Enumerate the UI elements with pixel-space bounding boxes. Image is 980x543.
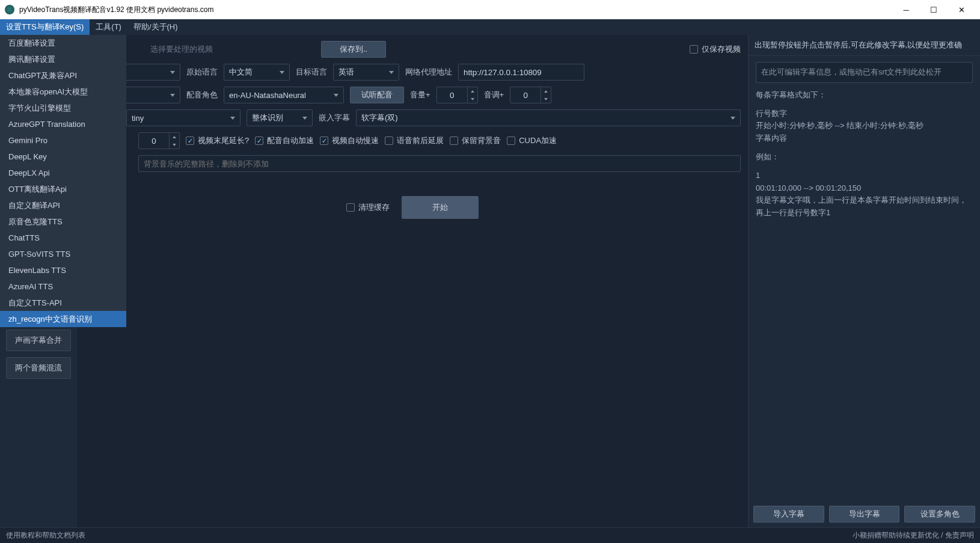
menu-tts-key[interactable]: 设置TTS与翻译Key(S) [0,19,90,35]
example-line-2: 00:01:10,000 --> 00:01:20,150 [756,182,973,195]
extend-input[interactable] [139,133,169,149]
dropdown-zh-recogn[interactable]: zh_recogn中文语音识别 [0,311,126,327]
dropdown-elevenlabs[interactable]: ElevenLabs TTS [0,262,126,278]
dropdown-chattts[interactable]: ChatTTS [0,230,126,246]
dropdown-gptsovits[interactable]: GPT-SoVITS TTS [0,246,126,262]
voice-role-value: en-AU-NatashaNeural [229,91,306,100]
pitch-input[interactable] [510,87,541,103]
cb-cuda[interactable]: CUDA加速 [507,135,557,146]
dropdown-azuregpt[interactable]: AzureGPT Translation [0,116,126,132]
proxy-input[interactable] [458,64,584,81]
pitch-up[interactable] [541,87,551,95]
volume-down[interactable] [468,95,477,103]
volume-label: 音量+ [410,90,430,100]
side-btn-mix-audio[interactable]: 两个音频混流 [6,357,71,379]
pitch-stepper[interactable] [510,87,551,103]
dropdown-deeplx[interactable]: DeepLX Api [0,165,126,181]
cb-video-auto-slow[interactable]: 视频自动慢速 [320,135,379,146]
right-panel-header: 出现暂停按钮并点击暂停后,可在此修改字幕,以便处理更准确 [749,35,980,56]
video-select-placeholder: 选择要处理的视频 [150,44,213,55]
checkbox-icon [690,45,698,54]
cb-video-tail-extend[interactable]: 视频末尾延长? [186,135,249,146]
pitch-down[interactable] [541,95,551,103]
statusbar-left[interactable]: 使用教程和帮助文档列表 [6,530,85,541]
chevron-down-icon [389,71,394,74]
recog-mode-select[interactable]: 整体识别 [247,109,313,126]
dropdown-ott[interactable]: OTT离线翻译Api [0,181,126,197]
dst-lang-label: 目标语言 [296,67,327,78]
voice-role-select[interactable]: en-AU-NatashaNeural [224,87,344,103]
checkbox-icon [186,137,194,145]
checkbox-icon [346,203,355,212]
content: 声画字幕合并 两个音频混流 选择要处理的视频 保存到.. 仅保存视频 eHuos… [0,35,980,527]
export-subtitle-button[interactable]: 导出字幕 [829,506,900,523]
model-value: tiny [132,114,144,123]
checkbox-icon [320,137,328,145]
dropdown-deepl[interactable]: DeepL Key [0,149,126,165]
checkbox-icon [385,137,393,145]
menubar: 设置TTS与翻译Key(S) 工具(T) 帮助/关于(H) 百度翻译设置 腾讯翻… [0,19,980,35]
cb-voice-auto-speed[interactable]: 配音自动加速 [255,135,314,146]
format-info-3: 开始小时:分钟:秒,毫秒 --> 结束小时:分钟:秒,毫秒 [756,120,973,132]
chevron-down-icon [730,117,735,120]
model-select[interactable]: tiny [126,109,240,126]
right-panel: 出现暂停按钮并点击暂停后,可在此修改字幕,以便处理更准确 在此可编辑字幕信息，或… [748,35,980,527]
extend-stepper[interactable] [138,132,180,149]
checkbox-icon [507,137,515,145]
cb-voice-padding[interactable]: 语音前后延展 [385,135,444,146]
src-lang-value: 中文简 [229,67,253,78]
minimize-button[interactable]: ─ [892,0,920,19]
preview-voice-button[interactable]: 试听配音 [350,87,404,103]
src-lang-select[interactable]: 中文简 [224,64,290,81]
statusbar: 使用教程和帮助文档列表 小额捐赠帮助待续更新优化 / 免责声明 [0,527,980,543]
embed-sub-label: 嵌入字幕 [319,112,350,123]
cb-keep-bg-audio[interactable]: 保留背景音 [450,135,501,146]
menu-tools[interactable]: 工具(T) [90,19,127,35]
import-subtitle-button[interactable]: 导入字幕 [753,506,824,523]
embed-sub-select[interactable]: 软字幕(双) [356,109,741,126]
extend-up[interactable] [170,133,179,141]
chevron-down-icon [170,71,175,74]
dropdown-azureai-tts[interactable]: AzureAI TTS [0,278,126,295]
menu-help[interactable]: 帮助/关于(H) [127,19,184,35]
close-button[interactable]: ✕ [948,0,975,19]
cb-clear-cache[interactable]: 清理缓存 [346,202,390,213]
side-btn-merge-av-sub[interactable]: 声画字幕合并 [6,330,71,351]
save-to-button[interactable]: 保存到.. [321,41,386,58]
format-info-4: 字幕内容 [756,132,973,145]
dropdown-gemini[interactable]: Gemini Pro [0,132,126,149]
dropdown-chatgpt[interactable]: ChatGPT及兼容API [0,67,126,84]
chevron-down-icon [170,94,175,97]
recog-mode-value: 整体识别 [252,112,283,123]
chevron-down-icon [302,117,307,120]
statusbar-right[interactable]: 小额捐赠帮助待续更新优化 / 免责声明 [853,530,974,541]
dropdown-local-openai[interactable]: 本地兼容openAI大模型 [0,84,126,100]
dropdown-tencent[interactable]: 腾讯翻译设置 [0,51,126,67]
format-info-2: 行号数字 [756,108,973,120]
extend-down[interactable] [170,141,179,149]
dropdown-baidu[interactable]: 百度翻译设置 [0,35,126,51]
dropdown-custom-tts[interactable]: 自定义TTS-API [0,295,126,311]
start-button[interactable]: 开始 [402,196,479,219]
only-save-video-checkbox[interactable]: 仅保存视频 [690,44,741,55]
checkbox-icon [450,137,458,145]
settings-dropdown: 百度翻译设置 腾讯翻译设置 ChatGPT及兼容API 本地兼容openAI大模… [0,35,126,327]
dst-lang-select[interactable]: 英语 [333,64,399,81]
bg-music-input[interactable] [138,155,741,172]
volume-up[interactable] [468,87,477,95]
format-info-5: 例如： [756,151,973,164]
chevron-down-icon [280,71,284,74]
volume-input[interactable] [437,87,467,103]
volume-stepper[interactable] [436,87,478,103]
pitch-label: 音调+ [484,90,504,100]
maximize-button[interactable]: ☐ [920,0,948,19]
dropdown-clone-tts[interactable]: 原音色克隆TTS [0,213,126,230]
app-icon [5,5,14,14]
dropdown-custom-translate[interactable]: 自定义翻译API [0,197,126,213]
main-area: 选择要处理的视频 保存到.. 仅保存视频 eHuoshan 原始语言 中文简 目… [77,35,748,527]
dst-lang-value: 英语 [338,67,354,78]
dropdown-bytedance[interactable]: 字节火山引擎模型 [0,100,126,116]
set-roles-button[interactable]: 设置多角色 [904,506,975,523]
subtitle-editor-placeholder[interactable]: 在此可编辑字幕信息，或拖动已有srt文件到此处松开 [756,62,973,83]
checkbox-icon [255,137,263,145]
